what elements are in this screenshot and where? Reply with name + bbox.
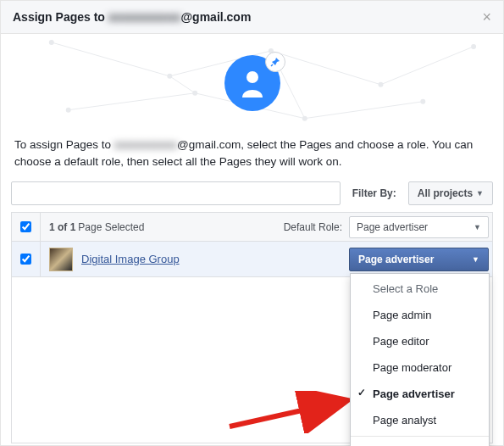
svg-point-9 bbox=[49, 40, 54, 45]
caret-down-icon: ▼ bbox=[474, 223, 481, 231]
email-obscured: xxxxxxxxxxx bbox=[108, 10, 181, 24]
row-role-select[interactable]: Page advertiser ▼ bbox=[349, 248, 489, 271]
default-role-select[interactable]: Page advertiser ▼ bbox=[349, 216, 489, 238]
svg-line-4 bbox=[69, 93, 195, 110]
svg-line-2 bbox=[271, 51, 381, 85]
pushpin-icon bbox=[265, 52, 285, 72]
dropdown-header: Select a Role bbox=[351, 276, 489, 302]
role-option-editor[interactable]: Page editor bbox=[351, 328, 489, 354]
row-checkbox-cell bbox=[12, 242, 41, 276]
title-prefix: Assign Pages to bbox=[13, 10, 108, 24]
svg-point-17 bbox=[420, 99, 425, 104]
svg-point-10 bbox=[167, 74, 172, 79]
controls-row: Filter By: All projects ▼ bbox=[1, 181, 503, 205]
svg-point-13 bbox=[471, 44, 476, 49]
role-option-moderator[interactable]: Page moderator bbox=[351, 354, 489, 381]
svg-point-12 bbox=[378, 82, 383, 87]
svg-line-3 bbox=[380, 47, 474, 85]
role-dropdown-menu: Select a Role Page admin Page editor Pag… bbox=[350, 273, 490, 446]
default-role-label: Default Role: bbox=[284, 221, 349, 233]
select-all-cell bbox=[12, 213, 41, 241]
svg-line-0 bbox=[52, 42, 170, 76]
svg-line-7 bbox=[169, 76, 195, 93]
table-header-row: 1 of 1 Page Selected Default Role: Page … bbox=[12, 213, 492, 242]
learn-about-roles[interactable]: Learn About Roles... bbox=[351, 439, 489, 446]
page-name-link[interactable]: Digital Image Group bbox=[81, 253, 180, 265]
row-checkbox[interactable] bbox=[20, 254, 31, 265]
svg-point-14 bbox=[66, 108, 71, 113]
svg-point-16 bbox=[302, 116, 307, 121]
role-option-analyst[interactable]: Page analyst bbox=[351, 407, 489, 433]
dropdown-divider bbox=[351, 436, 489, 437]
caret-down-icon: ▼ bbox=[472, 255, 479, 264]
email-obscured-2: xxxxxxxxxxx bbox=[114, 137, 177, 153]
hero-section bbox=[1, 34, 503, 131]
selection-count: 1 of 1 Page Selected bbox=[41, 221, 284, 233]
svg-line-19 bbox=[271, 64, 273, 66]
avatar bbox=[224, 55, 280, 111]
modal-title: Assign Pages to xxxxxxxxxxx@gmail.com bbox=[13, 10, 251, 24]
page-cell: Digital Image Group bbox=[41, 248, 349, 271]
svg-point-15 bbox=[192, 91, 197, 96]
select-all-checkbox[interactable] bbox=[20, 221, 31, 232]
modal-header: Assign Pages to xxxxxxxxxxx@gmail.com × bbox=[1, 1, 503, 34]
role-option-advertiser[interactable]: Page advertiser bbox=[351, 381, 489, 407]
role-option-admin[interactable]: Page admin bbox=[351, 302, 489, 328]
filter-by-label: Filter By: bbox=[346, 181, 403, 205]
svg-point-18 bbox=[246, 71, 258, 83]
assign-pages-modal: Assign Pages to xxxxxxxxxxx@gmail.com × bbox=[0, 0, 504, 446]
email-domain: @gmail.com bbox=[180, 10, 251, 24]
pages-table: 1 of 1 Page Selected Default Role: Page … bbox=[11, 212, 493, 277]
table-row: Digital Image Group Page advertiser ▼ bbox=[12, 242, 492, 277]
page-thumbnail bbox=[49, 248, 73, 271]
all-projects-dropdown[interactable]: All projects ▼ bbox=[408, 181, 493, 205]
search-input[interactable] bbox=[11, 181, 341, 205]
person-icon bbox=[240, 69, 265, 98]
caret-down-icon: ▼ bbox=[476, 189, 484, 198]
description-text: To assign Pages to xxxxxxxxxxx@gmail.com… bbox=[1, 131, 503, 181]
close-icon[interactable]: × bbox=[482, 9, 491, 25]
svg-line-6 bbox=[305, 102, 424, 119]
